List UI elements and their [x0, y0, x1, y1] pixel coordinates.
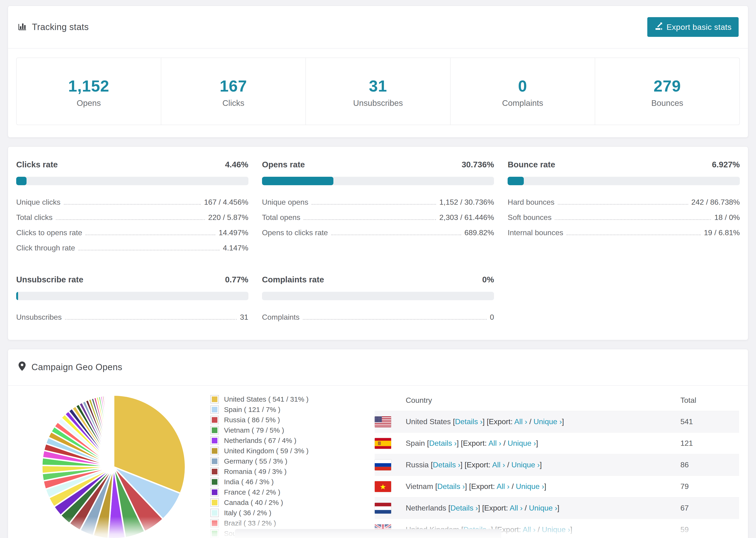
slash: /: [536, 525, 542, 534]
stat-cell-clicks: 167Clicks: [161, 58, 306, 125]
stat-line: Total clicks220 / 5.87%: [16, 210, 248, 225]
legend-label: Canada ( 40 / 2% ): [224, 499, 283, 507]
export-all-link[interactable]: All ›: [523, 525, 536, 534]
table-row-nl: Netherlands [Details ›] [Export: All › /…: [375, 497, 739, 519]
bracket: [: [425, 439, 429, 447]
table-header-row: Country Total: [375, 390, 739, 411]
legend-item: Canada ( 40 / 2% ): [210, 497, 342, 508]
legend-item: France ( 42 / 2% ): [210, 487, 342, 497]
rate-block-unsubscribe-rate: Unsubscribe rate0.77%Unsubscribes31: [16, 275, 248, 325]
country-cell: Vietnam [Details ›] [Export: All › / Uni…: [406, 482, 680, 491]
stat-line: Internal bounces19 / 6.81%: [508, 225, 740, 241]
clicks-rate-progress-bar: [16, 177, 248, 185]
stat-cell-bounces: 279Bounces: [595, 58, 739, 125]
bracket: [: [451, 417, 455, 426]
legend-swatch: [210, 498, 219, 507]
legend-label: Romania ( 49 / 3% ): [224, 467, 287, 476]
legend-item: Russia ( 86 / 5% ): [210, 415, 342, 425]
stat-line-value: 1,152 / 30.736%: [439, 198, 494, 207]
stat-line: Unsubscribes31: [16, 310, 248, 325]
stat-label: Bounces: [595, 98, 739, 108]
export-unique-link[interactable]: Unique ›: [516, 482, 544, 491]
stat-line: Clicks to opens rate14.497%: [16, 225, 248, 241]
legend-item: United States ( 541 / 31% ): [210, 394, 342, 404]
export-unique-link[interactable]: Unique ›: [529, 504, 557, 512]
export-unique-link[interactable]: Unique ›: [533, 417, 562, 426]
bracket: ] [: [457, 439, 463, 447]
stat-label: Unsubscribes: [306, 98, 450, 108]
bracket: ]: [570, 525, 572, 534]
stat-line-value: 167 / 4.456%: [204, 198, 248, 207]
stat-line: Opens to clicks rate689.82%: [262, 225, 494, 241]
dotted-leader: [558, 204, 688, 205]
stat-line-label: Hard bounces: [508, 198, 554, 207]
tracking-stats-title: Tracking stats: [17, 21, 89, 33]
legend-item: Netherlands ( 67 / 4% ): [210, 435, 342, 446]
legend-label: Spain ( 121 / 7% ): [224, 405, 280, 413]
dotted-leader: [567, 235, 701, 235]
stat-line: Unique opens1,152 / 30.736%: [262, 194, 494, 210]
export-unique-link[interactable]: Unique ›: [512, 460, 540, 469]
slash: /: [501, 439, 508, 447]
legend-swatch: [210, 529, 219, 538]
slash: /: [505, 460, 512, 469]
legend-label: Vietnam ( 79 / 5% ): [224, 426, 284, 434]
us-flag-icon: [375, 416, 391, 427]
legend-swatch: [210, 395, 219, 404]
table-row-es: Spain [Details ›] [Export: All › / Uniqu…: [375, 432, 739, 454]
total-cell: 121: [680, 439, 739, 448]
bracket: ] [: [460, 460, 467, 469]
country-cell: Spain [Details ›] [Export: All › / Uniqu…: [406, 439, 680, 448]
details-link[interactable]: Details ›: [433, 460, 460, 469]
horizontal-scrollbar-thumb[interactable]: [235, 529, 501, 538]
stat-line-label: Clicks to opens rate: [16, 228, 82, 237]
dotted-leader: [303, 219, 436, 220]
legend-label: Italy ( 36 / 2% ): [224, 509, 271, 517]
clicks-rate-title: Clicks rate: [16, 160, 58, 169]
export-basic-stats-button[interactable]: Export basic stats: [647, 17, 739, 37]
slash: /: [523, 504, 529, 512]
stat-line-value: 2,303 / 61.446%: [439, 213, 494, 222]
export-all-link[interactable]: All ›: [497, 482, 510, 491]
stat-label: Complaints: [451, 98, 595, 108]
stat-line-label: Unique opens: [262, 198, 308, 207]
stat-value: 0: [451, 77, 595, 95]
stat-line-label: Unsubscribes: [16, 313, 62, 322]
legend-label: Germany ( 55 / 3% ): [224, 457, 287, 465]
export-all-link[interactable]: All ›: [488, 439, 501, 447]
unsubscribe-rate-value: 0.77%: [225, 275, 248, 284]
stat-line-label: Unique clicks: [16, 198, 61, 207]
total-cell: 67: [680, 504, 739, 512]
stat-line-label: Total clicks: [16, 213, 53, 222]
dotted-leader: [555, 219, 711, 220]
stat-label: Clicks: [161, 98, 305, 108]
export-label: Export:: [484, 504, 510, 512]
dotted-leader: [311, 204, 436, 205]
bracket: ]: [536, 439, 538, 447]
opens-rate-title: Opens rate: [262, 160, 305, 169]
legend-label: India ( 46 / 3% ): [224, 478, 274, 486]
details-link[interactable]: Details ›: [437, 482, 465, 491]
bracket: ]: [544, 482, 546, 491]
bar-chart-icon: [17, 21, 27, 33]
export-unique-link[interactable]: Unique ›: [542, 525, 570, 534]
geo-opens-title: Campaign Geo Opens: [17, 361, 122, 373]
nl-flag-icon: [375, 503, 391, 513]
details-link[interactable]: Details ›: [455, 417, 482, 426]
export-all-link[interactable]: All ›: [510, 504, 523, 512]
stat-line: Unique clicks167 / 4.456%: [16, 194, 248, 210]
opens-rate-value: 30.736%: [461, 160, 494, 169]
legend-item: Italy ( 36 / 2% ): [210, 508, 342, 518]
details-link[interactable]: Details ›: [450, 504, 478, 512]
geo-opens-header: Campaign Geo Opens: [8, 349, 748, 385]
stat-line-value: 19 / 6.81%: [704, 228, 740, 237]
export-all-link[interactable]: All ›: [492, 460, 505, 469]
bounce-rate-value: 6.927%: [712, 160, 740, 169]
export-label: Export:: [467, 460, 492, 469]
stat-line-label: Total opens: [262, 213, 300, 222]
geo-pie-chart[interactable]: [38, 392, 189, 538]
page-title: Tracking stats: [32, 22, 89, 32]
export-all-link[interactable]: All ›: [514, 417, 527, 426]
export-unique-link[interactable]: Unique ›: [508, 439, 536, 447]
details-link[interactable]: Details ›: [429, 439, 457, 447]
